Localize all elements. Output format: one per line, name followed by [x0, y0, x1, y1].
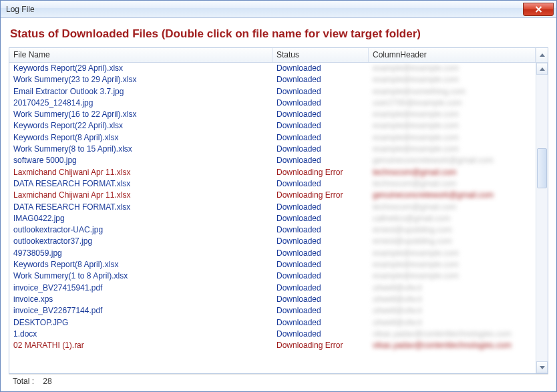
cell-filename: Work Summery(16 to 22 April).xlsx [9, 109, 272, 120]
cell-extra: uhwell@ufw.it [369, 282, 536, 294]
cell-extra: technocom@gmail.com [369, 178, 536, 190]
grid-body: Keywords Report(29 April).xlsxDownloaded… [9, 63, 536, 373]
cell-extra: example@example.com [369, 132, 536, 144]
table-row[interactable]: Work Summery(1 to 8 April).xlsxDownloade… [9, 270, 536, 282]
table-row[interactable]: Keywords Report(22 April).xlsxDownloaded… [9, 120, 536, 132]
cell-filename: 49738059.jpg [9, 248, 272, 259]
table-row[interactable]: Keywords Report(8 April).xlsxDownloadede… [9, 259, 536, 270]
column-header-filename[interactable]: File Name [9, 48, 272, 62]
cell-filename: outlookextractor-UAC.jpg [9, 224, 272, 236]
cell-status: Downloaded [272, 120, 369, 132]
cell-extra: genuineconcretework@gmail.com [369, 190, 536, 201]
cell-status: Downloaded [272, 97, 369, 109]
cell-status: Downloaded [272, 155, 369, 166]
cell-status: Downloaded [272, 132, 369, 144]
cell-status: Downloaded [272, 282, 369, 294]
file-grid: File Name Status ColumnHeader Keywords R… [9, 47, 548, 374]
table-row[interactable]: DATA RESEARCH FORMAT.xlsxDownloadedtechn… [9, 202, 536, 213]
cell-status: Downloaded [272, 74, 369, 85]
cell-extra: vikas.yadav@contenttechnologies.com [369, 340, 536, 351]
table-row[interactable]: software 5000.jpgDownloadedgenuineconcre… [9, 155, 536, 166]
cell-status: Downloaded [272, 224, 369, 236]
cell-status: Downloaded [272, 294, 369, 305]
scroll-thumb[interactable] [537, 148, 547, 188]
scroll-header-gap [536, 48, 548, 62]
cell-filename: DATA RESEARCH FORMAT.xlsx [9, 178, 272, 190]
cell-status: Downloaded [272, 259, 369, 270]
cell-filename: 02 MARATHI (1).rar [9, 340, 272, 351]
chevron-up-icon [540, 53, 545, 57]
cell-filename: Keywords Report(29 April).xlsx [9, 63, 272, 74]
cell-extra: example@example.com [369, 63, 536, 74]
cell-filename: Email Extractor Outlook 3.7.jpg [9, 86, 272, 97]
table-row[interactable]: Work Summery(23 to 29 April).xlsxDownloa… [9, 74, 536, 85]
cell-status: Downloaded [272, 178, 369, 190]
total-label: Total : [13, 377, 34, 386]
chevron-up-icon [540, 67, 545, 71]
cell-extra: example@something.com [369, 86, 536, 97]
table-row[interactable]: Work Summery(16 to 22 April).xlsxDownloa… [9, 109, 536, 120]
cell-status: Downloaded [272, 317, 369, 329]
cell-filename: Keywords Report(8 April).xlsx [9, 132, 272, 144]
table-row[interactable]: Laxmichand Chijwani Apr 11.xlsxDownloadi… [9, 190, 536, 201]
cell-filename: Work Summery(8 to 15 April).xlsx [9, 144, 272, 155]
table-row[interactable]: outlookextractor-UAC.jpgDownloadedernest… [9, 224, 536, 236]
chevron-down-icon [540, 366, 545, 369]
table-row[interactable]: 49738059.jpgDownloadedexample@example.co… [9, 248, 536, 259]
table-row[interactable]: DESKTOP.JPGDownloadeduhwell@ufw.it [9, 317, 536, 329]
cell-status: Downloaded [272, 202, 369, 213]
column-header-status[interactable]: Status [272, 48, 369, 62]
table-row[interactable]: Work Summery(8 to 15 April).xlsxDownload… [9, 144, 536, 155]
status-footer: Total : 28 [9, 374, 548, 389]
cell-filename: invoice_BV27415941.pdf [9, 282, 272, 294]
cell-extra: technocom@gmail.com [369, 167, 536, 178]
cell-extra: example@example.com [369, 259, 536, 270]
cell-extra: vikas.yadav@contenttechnologies.com [369, 329, 536, 340]
table-row[interactable]: Email Extractor Outlook 3.7.jpgDownloade… [9, 86, 536, 97]
cell-filename: software 5000.jpg [9, 155, 272, 166]
table-row[interactable]: 20170425_124814.jpgDownloadeduser2700@ex… [9, 97, 536, 109]
cell-status: Downloaded [272, 109, 369, 120]
page-title: Status of Downloaded Files (Double click… [10, 27, 548, 41]
cell-filename: Work Summery(23 to 29 April).xlsx [9, 74, 272, 85]
scroll-up-button[interactable] [536, 63, 548, 75]
table-row[interactable]: 1.docxDownloadedvikas.yadav@contenttechn… [9, 329, 536, 340]
titlebar[interactable]: Log File [1, 1, 556, 18]
table-row[interactable]: invoice.xpsDownloadeduhwell@ufw.it [9, 294, 536, 305]
cell-extra: example@example.com [369, 109, 536, 120]
table-row[interactable]: Keywords Report(8 April).xlsxDownloadede… [9, 132, 536, 144]
cell-filename: invoice.xps [9, 294, 272, 305]
table-row[interactable]: Laxmichand Chijwani Apr 11.xlsxDownloadi… [9, 167, 536, 178]
table-row[interactable]: DATA RESEARCH FORMAT.xlsxDownloadedtechn… [9, 178, 536, 190]
table-row[interactable]: outlookextractor37.jpgDownloadedernest@u… [9, 236, 536, 247]
cell-extra: genuineconcretework@gmail.com [369, 155, 536, 166]
cell-extra: ernest@upsliding.com [369, 224, 536, 236]
cell-extra: example@example.com [369, 120, 536, 132]
vertical-scrollbar[interactable] [536, 63, 548, 373]
scroll-down-button[interactable] [536, 361, 548, 373]
cell-status: Downloaded [272, 329, 369, 340]
table-row[interactable]: Keywords Report(29 April).xlsxDownloaded… [9, 63, 536, 74]
cell-status: Downloading Error [272, 190, 369, 201]
cell-status: Downloading Error [272, 167, 369, 178]
cell-extra: example@example.com [369, 144, 536, 155]
cell-filename: 20170425_124814.jpg [9, 97, 272, 109]
table-row[interactable]: IMAG0422.jpgDownloadedcallnetics@gmail.c… [9, 213, 536, 224]
cell-filename: Keywords Report(8 April).xlsx [9, 259, 272, 270]
cell-status: Downloaded [272, 270, 369, 282]
table-row[interactable]: invoice_BV27415941.pdfDownloadeduhwell@u… [9, 282, 536, 294]
cell-filename: DATA RESEARCH FORMAT.xlsx [9, 202, 272, 213]
column-header-extra[interactable]: ColumnHeader [369, 48, 536, 62]
table-row[interactable]: 02 MARATHI (1).rarDownloading Errorvikas… [9, 340, 536, 351]
cell-status: Downloaded [272, 144, 369, 155]
cell-status: Downloaded [272, 236, 369, 247]
cell-status: Downloaded [272, 86, 369, 97]
table-row[interactable]: invoice_BV22677144.pdfDownloadeduhwell@u… [9, 305, 536, 317]
close-button[interactable] [523, 3, 554, 16]
cell-filename: DESKTOP.JPG [9, 317, 272, 329]
cell-extra: example@example.com [369, 270, 536, 282]
cell-status: Downloaded [272, 248, 369, 259]
cell-extra: user2700@example.com [369, 97, 536, 109]
cell-filename: outlookextractor37.jpg [9, 236, 272, 247]
scroll-track[interactable] [536, 75, 548, 361]
